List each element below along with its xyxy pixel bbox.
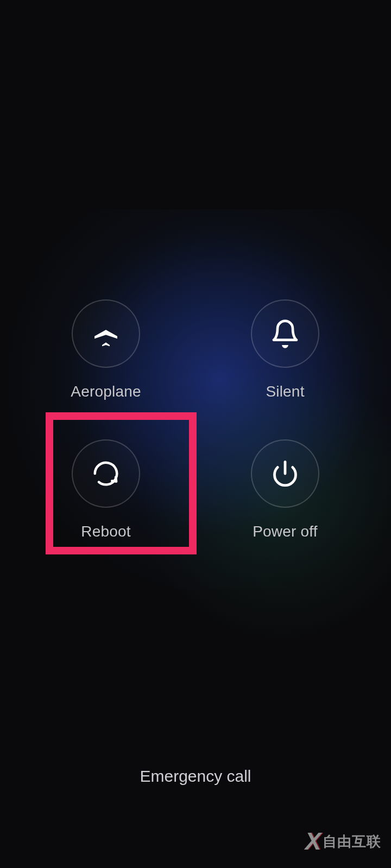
airplane-icon	[91, 318, 121, 349]
power-menu-grid: Aeroplane Silent Reboot	[43, 299, 348, 540]
poweroff-option[interactable]: Power off	[231, 439, 339, 540]
poweroff-label: Power off	[253, 523, 318, 540]
power-icon	[271, 459, 299, 488]
bell-icon	[270, 318, 300, 349]
aeroplane-circle	[72, 299, 140, 368]
silent-circle	[251, 299, 319, 368]
watermark: X 自由互联	[305, 828, 381, 855]
reboot-option[interactable]: Reboot	[52, 439, 160, 540]
silent-label: Silent	[266, 383, 304, 400]
silent-option[interactable]: Silent	[231, 299, 339, 400]
watermark-text: 自由互联	[323, 832, 381, 851]
watermark-logo-icon: X	[305, 828, 319, 855]
aeroplane-option[interactable]: Aeroplane	[52, 299, 160, 400]
poweroff-circle	[251, 439, 319, 508]
reboot-icon	[91, 459, 121, 488]
emergency-call-button[interactable]: Emergency call	[0, 767, 391, 786]
reboot-circle	[72, 439, 140, 508]
reboot-label: Reboot	[81, 523, 131, 540]
aeroplane-label: Aeroplane	[71, 383, 141, 400]
